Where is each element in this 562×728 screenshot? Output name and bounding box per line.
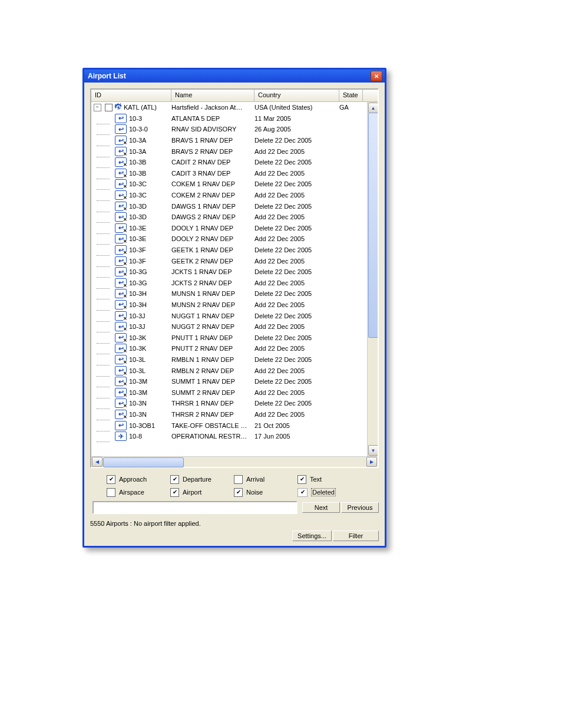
tree-child-row[interactable]: ↩10-3FGEETK 1 RNAV DEPDelete 22 Dec 2005	[91, 245, 368, 256]
next-button[interactable]: Next	[302, 502, 340, 513]
chart-date: 26 Aug 2005	[254, 126, 339, 133]
departure-chart-icon: ↩	[115, 179, 127, 189]
filter-approach[interactable]: Approach	[107, 475, 170, 484]
tree-child-row[interactable]: ↩10-3HMUNSN 2 RNAV DEPAdd 22 Dec 2005	[91, 299, 368, 311]
chart-name: PNUTT 2 RNAV DEP	[171, 345, 254, 352]
tree-child-row[interactable]: ↩10-3KPNUTT 2 RNAV DEPAdd 22 Dec 2005	[91, 343, 368, 354]
tree-child-row[interactable]: ↩10-3ATLANTA 5 DEP11 Mar 2005	[91, 113, 368, 124]
tree-child-row[interactable]: ↩10-3GJCKTS 2 RNAV DEPAdd 22 Dec 2005	[91, 278, 368, 289]
checkbox-icon[interactable]	[107, 488, 115, 497]
close-icon[interactable]: ✕	[371, 71, 382, 81]
filter-text[interactable]: Text	[297, 475, 361, 484]
chart-name: OPERATIONAL RESTR…	[171, 433, 254, 440]
vscroll-thumb[interactable]	[368, 113, 378, 338]
titlebar[interactable]: Airport List ✕	[84, 70, 385, 83]
tree-root-row[interactable]: − KATL (ATL) Hartsfield - Jackson At… US…	[91, 102, 368, 113]
departure-chart-icon: ↩	[115, 202, 127, 211]
tree-child-row[interactable]: ↩10-3NTHRSR 1 RNAV DEPDelete 22 Dec 2005	[91, 398, 368, 409]
chart-id: 10-3E	[129, 225, 146, 232]
tree-child-row[interactable]: ✈10-8OPERATIONAL RESTR…17 Jun 2005	[91, 431, 368, 442]
chart-id: 10-3J	[129, 312, 146, 319]
scroll-right-icon[interactable]: ▶	[366, 457, 377, 467]
tree-child-row[interactable]: ↩10-3-0RNAV SID ADVISORY26 Aug 2005	[91, 124, 368, 135]
tree-child-row[interactable]: ↩10-3ABRAVS 2 RNAV DEPAdd 22 Dec 2005	[91, 146, 368, 157]
tree-child-row[interactable]: ↩10-3JNUGGT 1 RNAV DEPDelete 22 Dec 2005	[91, 310, 368, 321]
tree-child-row[interactable]: ↩10-3MSUMMT 1 RNAV DEPDelete 22 Dec 2005	[91, 376, 368, 387]
tree-child-row[interactable]: ↩10-3CCOKEM 2 RNAV DEPAdd 22 Dec 2005	[91, 190, 368, 201]
chart-date: 21 Oct 2005	[254, 422, 339, 429]
checkbox-icon[interactable]	[297, 475, 306, 484]
chart-date: Delete 22 Dec 2005	[254, 400, 339, 407]
plane-icon: ✈	[115, 431, 127, 441]
checkbox-icon[interactable]	[234, 475, 243, 484]
tree-child-row[interactable]: ↩10-3FGEETK 2 RNAV DEPAdd 22 Dec 2005	[91, 255, 368, 266]
settings-button[interactable]: Settings...	[292, 531, 332, 541]
checkbox-icon[interactable]	[170, 475, 179, 484]
chart-name: MUNSN 2 RNAV DEP	[171, 301, 254, 308]
airport-list-window: Airport List ✕ ID Name Country State	[82, 68, 386, 548]
chart-name: CADIT 3 RNAV DEP	[171, 170, 254, 177]
tree-child-row[interactable]: ↩10-3JNUGGT 2 RNAV DEPAdd 22 Dec 2005	[91, 321, 368, 332]
chart-name: PNUTT 1 RNAV DEP	[171, 334, 254, 341]
airport-listview: ID Name Country State −	[90, 88, 379, 468]
column-country[interactable]: Country	[254, 90, 339, 101]
chart-id: 10-3B	[129, 159, 146, 166]
scroll-up-icon[interactable]: ▲	[368, 103, 378, 113]
tree-child-row[interactable]: ↩10-3BCADIT 2 RNAV DEPDelete 22 Dec 2005	[91, 157, 368, 168]
checkbox-icon[interactable]	[170, 488, 179, 497]
vertical-scrollbar[interactable]: ▲ ▼	[367, 102, 378, 456]
column-name[interactable]: Name	[171, 90, 254, 101]
filter-arrival[interactable]: Arrival	[234, 475, 297, 484]
tree-child-row[interactable]: ↩10-3DDAWGS 2 RNAV DEPAdd 22 Dec 2005	[91, 212, 368, 223]
chart-id: 10-3C	[129, 192, 147, 199]
filter-button[interactable]: Filter	[333, 531, 379, 541]
checkbox-icon[interactable]	[297, 488, 308, 497]
root-name: Hartsfield - Jackson At…	[171, 104, 254, 111]
airport-checkbox[interactable]	[105, 104, 113, 111]
tree-child-row[interactable]: ↩10-3KPNUTT 1 RNAV DEPDelete 22 Dec 2005	[91, 332, 368, 343]
chart-id: 10-3N	[129, 400, 147, 407]
chart-name: RMBLN 2 RNAV DEP	[171, 367, 254, 374]
tree-child-row[interactable]: ↩10-3NTHRSR 2 RNAV DEPAdd 22 Dec 2005	[91, 409, 368, 420]
horizontal-scrollbar[interactable]: ◀ ▶	[91, 456, 378, 467]
chart-date: 17 Jun 2005	[254, 433, 339, 440]
previous-button[interactable]: Previous	[341, 502, 379, 513]
chart-id: 10-3J	[129, 323, 146, 330]
departure-chart-icon: ↩	[115, 333, 127, 342]
scroll-left-icon[interactable]: ◀	[92, 457, 103, 467]
chart-date: Add 22 Dec 2005	[254, 235, 339, 242]
filter-deleted[interactable]: Deleted	[297, 488, 361, 497]
hscroll-thumb[interactable]	[103, 457, 184, 467]
tree-child-row[interactable]: ↩10-3BCADIT 3 RNAV DEPAdd 22 Dec 2005	[91, 168, 368, 179]
chart-date: Add 22 Dec 2005	[254, 345, 339, 352]
tree-child-row[interactable]: ↩10-3OB1TAKE-OFF OBSTACLE …21 Oct 2005	[91, 420, 368, 431]
chart-id: 10-3G	[129, 279, 147, 286]
filter-airport[interactable]: Airport	[170, 488, 234, 497]
tree-child-row[interactable]: ↩10-3EDOOLY 2 RNAV DEPAdd 22 Dec 2005	[91, 233, 368, 245]
filter-departure[interactable]: Departure	[170, 475, 234, 484]
chart-name: BRAVS 2 RNAV DEP	[171, 148, 254, 155]
chart-date: Add 22 Dec 2005	[254, 411, 339, 418]
tree-child-row[interactable]: ↩10-3LRMBLN 2 RNAV DEPAdd 22 Dec 2005	[91, 365, 368, 376]
tree-child-row[interactable]: ↩10-3EDOOLY 1 RNAV DEPDelete 22 Dec 2005	[91, 223, 368, 234]
chart-name: SUMMT 2 RNAV DEP	[171, 389, 254, 396]
chart-name: JCKTS 2 RNAV DEP	[171, 279, 254, 286]
departure-chart-icon: ↩	[115, 278, 127, 288]
column-id[interactable]: ID	[91, 90, 171, 101]
expander-icon[interactable]: −	[94, 104, 101, 111]
tree-child-row[interactable]: ↩10-3CCOKEM 1 RNAV DEPDelete 22 Dec 2005	[91, 179, 368, 190]
checkbox-icon[interactable]	[234, 488, 243, 497]
tree-child-row[interactable]: ↩10-3DDAWGS 1 RNAV DEPDelete 22 Dec 2005	[91, 200, 368, 212]
checkbox-icon[interactable]	[107, 475, 115, 484]
tree-child-row[interactable]: ↩10-3HMUNSN 1 RNAV DEPDelete 22 Dec 2005	[91, 288, 368, 299]
filter-noise[interactable]: Noise	[234, 488, 297, 497]
tree-child-row[interactable]: ↩10-3GJCKTS 1 RNAV DEPDelete 22 Dec 2005	[91, 266, 368, 278]
scroll-down-icon[interactable]: ▼	[368, 445, 378, 456]
search-input[interactable]	[92, 501, 297, 514]
tree-child-row[interactable]: ↩10-3LRMBLN 1 RNAV DEPDelete 22 Dec 2005	[91, 354, 368, 365]
tree-child-row[interactable]: ↩10-3ABRAVS 1 RNAV DEPDelete 22 Dec 2005	[91, 135, 368, 146]
departure-chart-icon: ↩	[115, 212, 127, 222]
tree-child-row[interactable]: ↩10-3MSUMMT 2 RNAV DEPAdd 22 Dec 2005	[91, 387, 368, 398]
filter-airspace[interactable]: Airspace	[107, 488, 170, 497]
column-state[interactable]: State	[339, 90, 363, 101]
